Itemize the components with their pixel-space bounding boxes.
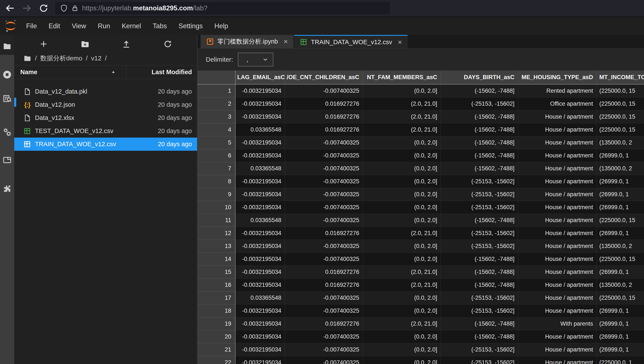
grid-cell[interactable]: -0.0032195034 <box>236 98 285 110</box>
grid-cell[interactable]: (-25153, -15602] <box>441 175 518 188</box>
grid-cell[interactable]: (225000.0, 15 <box>597 214 644 227</box>
grid-cell[interactable]: House / apartment <box>518 188 597 201</box>
grid-cell[interactable]: -0.007400325 <box>285 356 363 364</box>
grid-cell[interactable]: -0.0032195034 <box>236 110 285 123</box>
file-row[interactable]: TRAIN_DATA_WOE_v12.csv20 days ago <box>14 138 197 151</box>
grid-row-number[interactable]: 8 <box>197 175 236 188</box>
grid-cell[interactable]: (2.0, 21.0] <box>363 227 441 240</box>
grid-cell[interactable]: (-15602, -7488] <box>441 136 518 149</box>
grid-cell[interactable]: (225000.0, 15 <box>597 123 644 136</box>
grid-cell[interactable]: (0.0, 2.0] <box>363 253 441 266</box>
settings-gears-icon[interactable] <box>0 123 14 141</box>
grid-cell[interactable]: -0.007400325 <box>285 304 363 318</box>
grid-cell[interactable]: (26999.0, 1 <box>597 227 644 240</box>
column-header-modified[interactable]: Last Modified <box>152 68 192 76</box>
grid-cell[interactable]: -0.007400325 <box>285 149 363 162</box>
grid-cell[interactable]: (2.0, 21.0] <box>363 278 441 292</box>
grid-cell[interactable]: House / apartment <box>518 266 597 278</box>
grid-cell[interactable]: -0.0032195034 <box>236 343 285 356</box>
grid-row-number[interactable]: 17 <box>197 292 236 304</box>
grid-cell[interactable]: (225000.0, 15 <box>597 292 644 304</box>
grid-cell[interactable]: (2.0, 21.0] <box>363 110 441 123</box>
grid-cell[interactable]: (0.0, 2.0] <box>363 214 441 227</box>
grid-row-number[interactable]: 7 <box>197 162 236 175</box>
grid-cell[interactable]: -0.007400325 <box>285 214 363 227</box>
grid-cell[interactable]: Office apartment <box>518 98 597 110</box>
grid-row-number[interactable]: 20 <box>197 330 236 343</box>
grid-cell[interactable]: 0.016927276 <box>285 227 363 240</box>
grid-cell[interactable]: (0.0, 2.0] <box>363 149 441 162</box>
browser-address-bar[interactable]: https://jupyterlab.metanoia8295.com/lab? <box>55 2 390 14</box>
tab-csv[interactable]: TRAIN_DATA_WOE_v12.csv × <box>294 35 408 48</box>
grid-cell[interactable]: -0.0032195034 <box>236 356 285 364</box>
open-tabs-icon[interactable] <box>0 151 14 169</box>
grid-cell[interactable]: -0.007400325 <box>285 175 363 188</box>
grid-cell[interactable]: (2.0, 21.0] <box>363 98 441 110</box>
grid-cell[interactable]: -0.0032195034 <box>236 201 285 214</box>
grid-cell[interactable]: With parents <box>518 318 597 330</box>
grid-cell[interactable]: House / apartment <box>518 304 597 318</box>
grid-cell[interactable]: -0.007400325 <box>285 330 363 343</box>
grid-cell[interactable]: (-25153, -15602] <box>441 343 518 356</box>
grid-cell[interactable]: House / apartment <box>518 278 597 292</box>
grid-cell[interactable]: -0.0032195034 <box>236 253 285 266</box>
grid-cell[interactable]: 0.016927276 <box>285 318 363 330</box>
grid-cell[interactable]: -0.007400325 <box>285 253 363 266</box>
grid-cell[interactable]: (-15602, -7488] <box>441 162 518 175</box>
browser-refresh-button[interactable] <box>37 1 51 15</box>
grid-cell[interactable]: -0.007400325 <box>285 292 363 304</box>
menu-edit[interactable]: Edit <box>43 17 66 35</box>
property-inspector-icon[interactable] <box>0 90 14 108</box>
grid-cell[interactable]: (0.0, 2.0] <box>363 240 441 253</box>
grid-cell[interactable]: (0.0, 2.0] <box>363 304 441 318</box>
grid-row-number[interactable]: 6 <box>197 149 236 162</box>
grid-cell[interactable]: -0.007400325 <box>285 136 363 149</box>
grid-row-number[interactable]: 4 <box>197 123 236 136</box>
grid-cell[interactable]: -0.007400325 <box>285 240 363 253</box>
grid-cell[interactable]: -0.007400325 <box>285 343 363 356</box>
grid-cell[interactable]: (135000.0, 2 <box>597 136 644 149</box>
upload-button[interactable] <box>120 38 132 50</box>
grid-cell[interactable]: House / apartment <box>518 110 597 123</box>
grid-cell[interactable]: (26999.0, 1 <box>597 266 644 278</box>
browser-forward-button[interactable] <box>20 1 34 15</box>
grid-row-number[interactable]: 10 <box>197 201 236 214</box>
grid-cell[interactable]: (0.0, 2.0] <box>363 201 441 214</box>
grid-cell[interactable]: (26999.0, 1 <box>597 330 644 343</box>
grid-cell[interactable]: 0.016927276 <box>285 266 363 278</box>
grid-row-number[interactable]: 2 <box>197 98 236 110</box>
tab-notebook-close-icon[interactable]: × <box>284 37 288 46</box>
new-launcher-button[interactable] <box>38 38 50 50</box>
grid-row-number[interactable]: 1 <box>197 84 236 98</box>
breadcrumb-folder-icon[interactable] <box>23 54 32 62</box>
delimiter-select[interactable]: , <box>238 52 273 66</box>
grid-row-number[interactable]: 21 <box>197 343 236 356</box>
grid-cell[interactable]: -0.0032195034 <box>236 227 285 240</box>
refresh-file-list-button[interactable] <box>162 38 174 50</box>
grid-cell[interactable]: (2.0, 21.0] <box>363 266 441 278</box>
grid-cell[interactable]: (-25153, -15602] <box>441 240 518 253</box>
running-kernels-icon[interactable] <box>0 66 14 84</box>
shield-icon[interactable] <box>60 4 68 12</box>
breadcrumb-version[interactable]: v12 <box>91 54 101 62</box>
grid-cell[interactable]: 0.016927276 <box>285 110 363 123</box>
grid-cell[interactable]: House / apartment <box>518 227 597 240</box>
grid-cell[interactable]: (225000.0, 15 <box>597 253 644 266</box>
grid-cell[interactable]: (2.0, 21.0] <box>363 123 441 136</box>
menu-file[interactable]: File <box>20 17 43 35</box>
tab-csv-close-icon[interactable]: × <box>398 38 402 46</box>
sidebar-scrollbar-thumb[interactable] <box>14 98 16 107</box>
grid-cell[interactable]: House / apartment <box>518 240 597 253</box>
grid-cell[interactable]: -0.0032195034 <box>236 240 285 253</box>
menu-kernel[interactable]: Kernel <box>116 17 147 35</box>
grid-cell[interactable]: -0.0032195034 <box>236 136 285 149</box>
grid-cell[interactable]: (135000.0, 2 <box>597 278 644 292</box>
menu-view[interactable]: View <box>66 17 92 35</box>
grid-cell[interactable]: -0.007400325 <box>285 188 363 201</box>
grid-cell[interactable]: House / apartment <box>518 162 597 175</box>
grid-cell[interactable]: (-25153, -15602] <box>441 201 518 214</box>
grid-cell[interactable]: (26999.0, 1 <box>597 304 644 318</box>
grid-cell[interactable]: (135000.0, 2 <box>597 240 644 253</box>
grid-cell[interactable]: -0.0032195034 <box>236 84 285 98</box>
grid-cell[interactable]: (225000.0, 1 <box>597 356 644 364</box>
